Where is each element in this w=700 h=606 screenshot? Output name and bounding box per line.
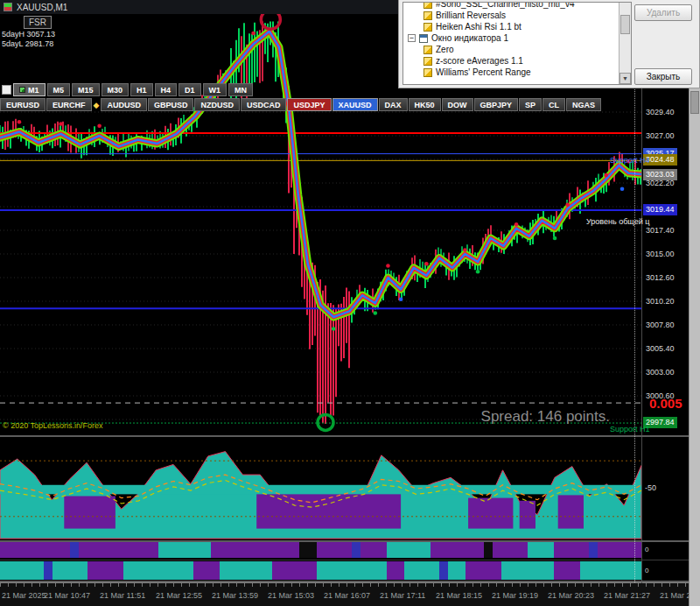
red-value-label: 0.005 bbox=[649, 396, 682, 411]
close-button[interactable]: Закрыть bbox=[634, 68, 692, 85]
current-period-separator bbox=[634, 14, 635, 582]
timeframe-button-mn[interactable]: MN bbox=[228, 83, 253, 96]
panel-divider[interactable] bbox=[0, 435, 689, 437]
time-axis-label: 21 Mar 2025 bbox=[2, 591, 46, 600]
timeframe-button-h4[interactable]: H4 bbox=[155, 83, 178, 96]
timeframe-button-m5[interactable]: M5 bbox=[47, 83, 71, 96]
panel-divider[interactable] bbox=[0, 540, 689, 542]
timeframe-button-m1[interactable]: M1 bbox=[13, 83, 46, 96]
price-tick-label: 3003.00 bbox=[646, 368, 675, 377]
symbol-button-xauusd[interactable]: XAUUSD bbox=[332, 98, 378, 111]
timeframe-label: M15 bbox=[78, 85, 94, 95]
symbol-button-usdcad[interactable]: USDCAD bbox=[241, 98, 287, 111]
symbol-button-gbpjpy[interactable]: GBPJPY bbox=[474, 98, 519, 111]
symbol-button-nzdusd[interactable]: NZDUSD bbox=[194, 98, 240, 111]
symbol-button-audusd[interactable]: AUDUSD bbox=[101, 98, 147, 111]
symbol-button-dow[interactable]: DOW bbox=[442, 98, 473, 111]
chart-marker-icon bbox=[2, 85, 11, 95]
mini-chart-icon bbox=[19, 87, 25, 93]
time-axis: 21 Mar 202521 Mar 10:4721 Mar 11:5121 Ma… bbox=[0, 582, 689, 606]
timeframe-label: M5 bbox=[53, 85, 65, 95]
scrollbar-thumb[interactable] bbox=[690, 91, 699, 114]
list-scrollbar[interactable]: ▼ bbox=[619, 3, 631, 84]
indicator-icon bbox=[424, 57, 432, 66]
symbol-toolbar: EURUSDEURCHF◆AUDUSDGBPUSDNZDUSDUSDCADUSD… bbox=[0, 98, 601, 111]
price-tick-label: 3029.40 bbox=[646, 108, 675, 116]
symbol-button-eurusd[interactable]: EURUSD bbox=[0, 98, 46, 111]
indicator-name: Окно индикатора 1 bbox=[431, 33, 508, 43]
timeframe-label: H4 bbox=[161, 85, 172, 95]
indicator-icon bbox=[424, 11, 432, 20]
price-tick-label: 3015.00 bbox=[646, 250, 675, 258]
indicator-icon bbox=[424, 23, 432, 32]
price-tick-label: 3010.20 bbox=[646, 297, 675, 306]
indicator-name: Williams' Percent Range bbox=[436, 67, 531, 77]
fsr-label[interactable]: FSR bbox=[24, 16, 52, 29]
mt4-application-window: XAUUSD,M1 FSR 5dayH 3057.13 5dayL 2981.7… bbox=[0, 0, 700, 606]
timeframe-button-h1[interactable]: H1 bbox=[130, 83, 153, 96]
indicator-list-item[interactable]: z-score eAverages 1.1 bbox=[404, 55, 618, 67]
symbol-button-hk50[interactable]: HK50 bbox=[409, 98, 441, 111]
chart-window-title: XAUUSD,M1 bbox=[17, 3, 67, 12]
indicator-list: #Sono_SSL_Channel_histo_mtf_v4Brilliant … bbox=[402, 2, 632, 85]
timeframe-button-d1[interactable]: D1 bbox=[178, 83, 201, 96]
symbol-button-ngas[interactable]: NGAS bbox=[566, 98, 601, 111]
indicator-name: Zero bbox=[436, 45, 454, 54]
timeframe-button-m30[interactable]: M30 bbox=[102, 83, 130, 96]
indicator-name: Heiken Ashi Rsi 1.1 bt bbox=[436, 22, 522, 32]
indicator-list-item[interactable]: Heiken Ashi Rsi 1.1 bt bbox=[404, 21, 618, 32]
timeframe-button-w1[interactable]: W1 bbox=[203, 83, 228, 96]
chart-icon bbox=[4, 3, 12, 11]
delete-button[interactable]: Удалить bbox=[634, 4, 692, 21]
symbols-divider-icon[interactable]: ◆ bbox=[93, 101, 101, 109]
indicator-list-item[interactable]: Williams' Percent Range bbox=[404, 67, 618, 78]
time-axis-label: 21 Mar 19:19 bbox=[492, 591, 538, 600]
price-tick-label: 3017.40 bbox=[646, 226, 675, 235]
timeframe-toolbar: M1M5M15M30H1H4D1W1MN bbox=[2, 83, 253, 96]
list-scrollbar-thumb[interactable] bbox=[620, 15, 630, 34]
time-axis-label: 21 Mar 20:23 bbox=[548, 591, 594, 600]
time-axis-label: 21 Mar 10:47 bbox=[44, 591, 90, 600]
price-tick-label: 3012.60 bbox=[646, 273, 675, 282]
time-axis-label: 21 Mar 21:27 bbox=[604, 591, 650, 600]
copyright-label: © 2020 TopLessons.in/Forex bbox=[3, 421, 103, 430]
tree-collapse-icon[interactable]: − bbox=[408, 34, 416, 42]
price-tag: 3019.44 bbox=[643, 204, 677, 215]
price-scale: 3029.403027.003022.203017.403015.003012.… bbox=[641, 14, 689, 583]
timeframe-label: W1 bbox=[209, 85, 221, 95]
price-tag: 3023.03 bbox=[643, 169, 677, 180]
panel-divider[interactable] bbox=[0, 581, 689, 582]
symbol-button-gbpusd[interactable]: GBPUSD bbox=[148, 98, 194, 111]
symbol-button-dax[interactable]: DAX bbox=[379, 98, 408, 111]
indicator-list-item[interactable]: #Sono_SSL_Channel_histo_mtf_v4 bbox=[404, 2, 618, 10]
indicator-list-item[interactable]: Brilliant Reversals bbox=[404, 10, 618, 21]
signal-stripe-band-2 bbox=[0, 561, 641, 580]
indicator-list-item[interactable]: −Окно индикатора 1 bbox=[404, 32, 618, 44]
price-tick-label: 3027.00 bbox=[646, 131, 675, 140]
time-axis-label: 21 Mar 12:55 bbox=[156, 591, 202, 600]
timeframe-button-m15[interactable]: M15 bbox=[72, 83, 100, 96]
symbol-button-eurchf[interactable]: EURCHF bbox=[46, 98, 92, 111]
support-h4-label: Support H4 bbox=[610, 156, 650, 165]
time-axis-label: 21 Mar 16:07 bbox=[324, 591, 370, 600]
time-axis-ticks bbox=[0, 583, 689, 587]
price-tick-label: 3005.40 bbox=[646, 344, 675, 353]
indicator-name: Brilliant Reversals bbox=[436, 11, 506, 20]
timeframe-label: M1 bbox=[28, 85, 39, 95]
time-axis-label: 21 Mar 11:51 bbox=[100, 591, 145, 600]
indicator-icon bbox=[424, 46, 432, 54]
symbol-button-sp[interactable]: SP bbox=[519, 98, 542, 111]
indicator-name: z-score eAverages 1.1 bbox=[436, 56, 523, 66]
symbol-button-cl[interactable]: CL bbox=[542, 98, 565, 111]
time-axis-label: 21 Mar 15:03 bbox=[268, 591, 314, 600]
indicator-window-icon bbox=[419, 34, 428, 43]
timeframe-label: H1 bbox=[136, 85, 147, 95]
time-axis-label: 21 Mar 13:59 bbox=[212, 591, 258, 600]
vertical-scrollbar[interactable] bbox=[689, 88, 700, 606]
scroll-down-icon[interactable]: ▼ bbox=[620, 73, 631, 84]
indicators-list-dialog: #Sono_SSL_Channel_histo_mtf_v4Brilliant … bbox=[398, 0, 700, 88]
oscillator-panel bbox=[0, 437, 641, 540]
indicator-list-item[interactable]: Zero bbox=[404, 44, 618, 55]
time-axis-label: 21 Mar 18:15 bbox=[436, 591, 482, 600]
symbol-button-usdjpy[interactable]: USDJPY bbox=[287, 98, 331, 111]
